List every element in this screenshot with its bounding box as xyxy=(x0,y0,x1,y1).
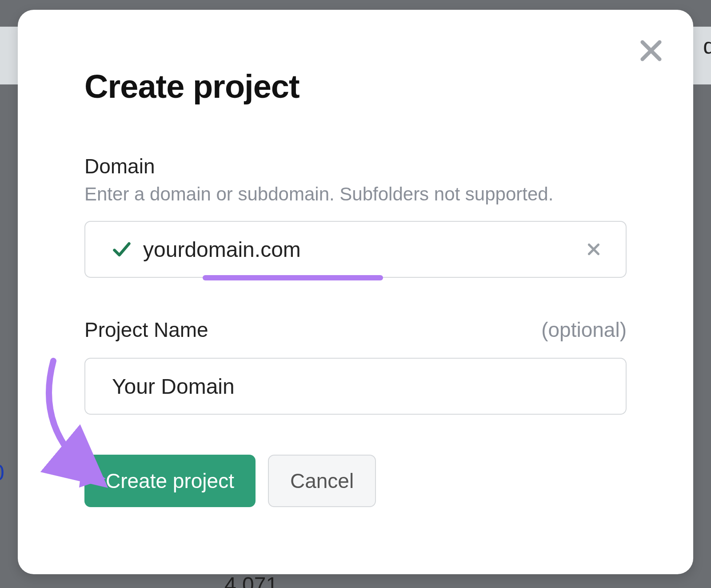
domain-field-block: Domain Enter a domain or subdomain. Subf… xyxy=(84,154,627,278)
project-name-field-block: Project Name (optional) xyxy=(84,318,627,415)
project-name-optional: (optional) xyxy=(541,318,627,342)
project-name-label: Project Name xyxy=(84,318,208,342)
clear-icon xyxy=(586,241,602,257)
backdrop-left-number: 0 xyxy=(0,460,4,486)
backdrop-letter: d xyxy=(703,33,711,59)
create-project-modal: Create project Domain Enter a domain or … xyxy=(18,10,693,574)
cancel-button[interactable]: Cancel xyxy=(268,455,376,507)
domain-input-wrap xyxy=(84,221,627,278)
domain-label: Domain xyxy=(84,154,627,178)
close-button[interactable] xyxy=(635,34,667,67)
domain-input[interactable] xyxy=(143,237,581,262)
project-name-input-wrap xyxy=(84,358,627,415)
backdrop-bottom-number: 4,071 xyxy=(224,572,278,588)
close-icon xyxy=(638,38,664,64)
create-project-button[interactable]: Create project xyxy=(84,455,256,507)
annotation-underline xyxy=(203,275,383,280)
button-row: Create project Cancel xyxy=(84,455,627,507)
project-name-input[interactable] xyxy=(112,374,581,399)
domain-hint: Enter a domain or subdomain. Subfolders … xyxy=(84,184,627,205)
check-icon xyxy=(112,240,132,259)
modal-title: Create project xyxy=(84,68,627,105)
clear-domain-button[interactable] xyxy=(584,240,603,259)
